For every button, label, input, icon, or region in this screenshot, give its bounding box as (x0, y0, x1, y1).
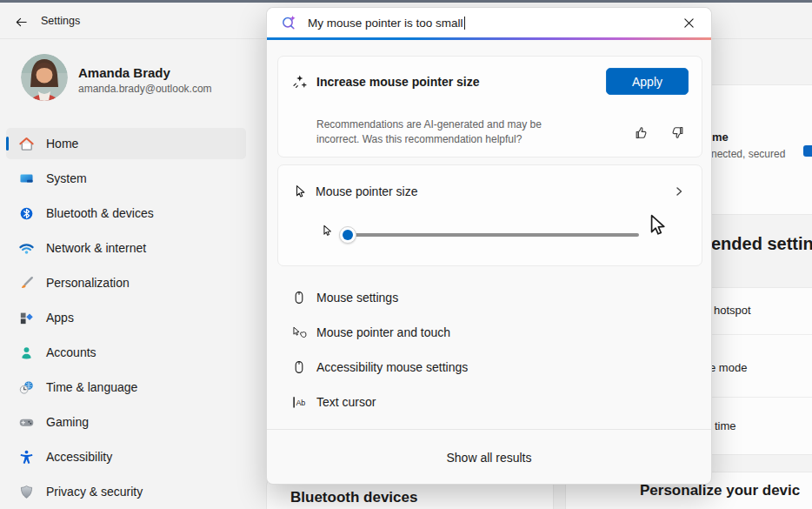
result-mouse-settings[interactable]: Mouse settings (267, 280, 711, 315)
text-caret (464, 17, 465, 30)
network-status-fragment: nected, secured (711, 148, 785, 160)
time-language-icon (18, 379, 35, 396)
sidebar-item-network[interactable]: Network & internet (6, 232, 246, 264)
gaming-icon (18, 414, 35, 431)
result-mouse-pointer-touch[interactable]: Mouse pointer and touch (267, 315, 711, 350)
avatar (21, 54, 68, 101)
sidebar-item-system[interactable]: System (6, 163, 246, 194)
search-input[interactable]: My mouse pointer is too small (267, 8, 711, 37)
slider-track[interactable] (341, 233, 639, 237)
text-cursor-icon: Ab (291, 396, 307, 409)
recommended-settings-heading: ended setting (711, 234, 812, 254)
sidebar-item-label: Home (46, 137, 78, 151)
sidebar-item-label: Gaming (46, 415, 89, 429)
page-title: Settings (41, 15, 80, 27)
sidebar-item-label: Accounts (46, 345, 97, 359)
ai-sparkle-icon (291, 73, 309, 90)
ai-disclaimer-text: Recommendations are AI-generated and may… (316, 117, 567, 148)
sidebar-item-bluetooth[interactable]: Bluetooth & devices (6, 198, 246, 229)
mouse-icon (291, 291, 307, 305)
user-email: amanda.brady@outlook.com (78, 83, 212, 95)
back-arrow-icon (15, 16, 28, 29)
result-text-cursor[interactable]: Ab Text cursor (267, 385, 711, 419)
accessibility-icon (18, 449, 35, 465)
pointer-size-row[interactable]: Mouse pointer size (278, 165, 702, 198)
cursor-icon (293, 184, 307, 198)
thumbs-up-icon (633, 124, 649, 141)
thumbs-up-button[interactable] (631, 123, 650, 142)
network-name-fragment: me (712, 131, 729, 144)
accounts-icon (18, 345, 35, 361)
sidebar-item-accounts[interactable]: Accounts (6, 337, 246, 368)
svg-text:Ab: Ab (296, 398, 305, 406)
close-icon (683, 17, 695, 29)
sidebar-item-privacy[interactable]: Privacy & security (6, 476, 246, 507)
sidebar-item-label: System (46, 171, 87, 185)
result-accessibility-mouse[interactable]: Accessibility mouse settings (267, 350, 711, 385)
sidebar-item-label: Personalization (46, 276, 130, 290)
apps-icon (18, 310, 35, 326)
pointer-size-slider (278, 213, 702, 261)
network-icon (18, 240, 35, 257)
result-label: Mouse pointer and touch (316, 325, 450, 339)
pointer-size-card: Mouse pointer size (277, 164, 702, 266)
sidebar-nav: Home System Bluetooth & devices (6, 128, 246, 509)
personalization-icon (18, 275, 35, 291)
network-card-button-fragment (803, 145, 812, 157)
setting-row-time: time (715, 419, 736, 432)
thumbs-down-icon (669, 124, 686, 141)
privacy-icon (18, 484, 35, 500)
sidebar-item-time-language[interactable]: Time & language (6, 372, 246, 403)
sidebar-item-home[interactable]: Home (6, 128, 246, 159)
large-cursor-icon (645, 213, 669, 240)
mouse-icon (291, 360, 307, 374)
thumbs-down-button[interactable] (668, 123, 687, 142)
ai-search-icon (280, 14, 298, 32)
slider-thumb[interactable] (339, 226, 356, 244)
ai-gradient-divider (267, 37, 711, 40)
apply-button[interactable]: Apply (606, 68, 689, 95)
bluetooth-devices-heading: Bluetooth devices (290, 489, 417, 506)
chevron-right-icon (674, 186, 684, 197)
recommendation-card: Increase mouse pointer size Apply Recomm… (277, 56, 702, 157)
pointer-size-title: Mouse pointer size (316, 184, 418, 198)
sidebar-item-personalization[interactable]: Personalization (6, 267, 246, 298)
home-icon (18, 136, 35, 152)
sidebar-item-label: Network & internet (46, 241, 146, 255)
result-label: Mouse settings (316, 291, 398, 305)
sidebar-item-accessibility[interactable]: Accessibility (6, 441, 246, 472)
search-query-text: My mouse pointer is too small (308, 17, 463, 30)
sidebar-item-gaming[interactable]: Gaming (6, 406, 246, 438)
sidebar-item-label: Time & language (46, 380, 137, 394)
recommendation-title: Increase mouse pointer size (316, 75, 480, 89)
pointer-touch-icon (291, 326, 307, 339)
sidebar-item-apps[interactable]: Apps (6, 302, 246, 333)
result-label: Text cursor (316, 395, 376, 409)
setting-row-mobile-hotspot: hotspot (714, 304, 751, 317)
result-label: Accessibility mouse settings (316, 360, 468, 374)
close-button[interactable] (678, 12, 699, 33)
search-results: Mouse settings Mouse pointer and touch A… (267, 280, 711, 419)
sidebar-item-label: Accessibility (46, 450, 112, 464)
sidebar-item-label: Privacy & security (46, 485, 143, 499)
bluetooth-icon (18, 205, 35, 222)
sidebar-item-label: Apps (46, 311, 74, 325)
setting-row-airplane-mode: e mode (709, 361, 747, 374)
back-button[interactable] (10, 10, 32, 33)
small-cursor-icon (321, 224, 333, 240)
system-icon (18, 171, 35, 187)
user-name: Amanda Brady (78, 65, 170, 80)
search-flyout: My mouse pointer is too small Increase m… (266, 7, 712, 485)
show-all-results-button[interactable]: Show all results (267, 430, 711, 486)
sidebar-item-label: Bluetooth & devices (46, 206, 154, 220)
window-top-edge (0, 0, 812, 3)
